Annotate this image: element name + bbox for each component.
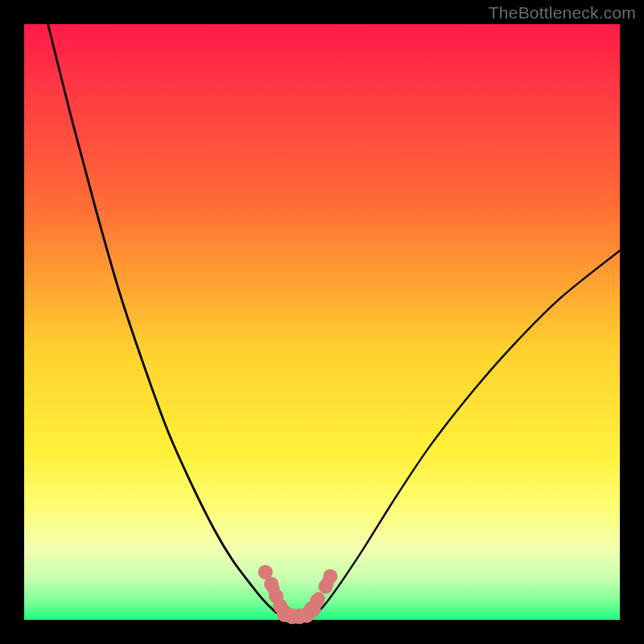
marker-dot bbox=[310, 593, 324, 608]
chart-frame: TheBottleneck.com bbox=[0, 0, 644, 644]
marker-dot bbox=[323, 569, 337, 584]
watermark-text: TheBottleneck.com bbox=[489, 3, 636, 23]
plot-background bbox=[24, 24, 620, 620]
bottleneck-chart bbox=[0, 0, 644, 644]
